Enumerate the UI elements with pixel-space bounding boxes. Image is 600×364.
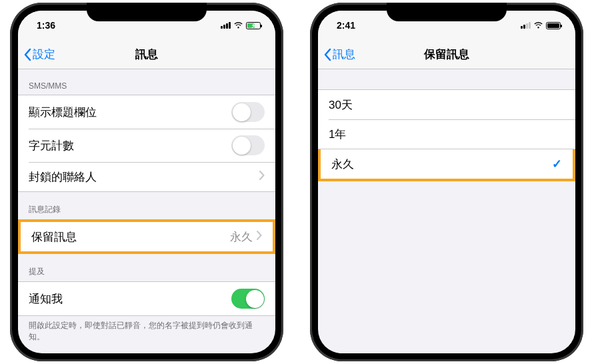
chevron-left-icon — [23, 48, 31, 61]
list-keep-options-selected: 永久 ✓ — [318, 149, 575, 181]
section-header-history: 訊息記錄 — [18, 192, 275, 219]
checkmark-icon: ✓ — [552, 157, 562, 171]
cellular-signal-icon — [521, 22, 531, 29]
notch — [387, 3, 507, 21]
nav-title: 保留訊息 — [424, 47, 469, 62]
wifi-icon — [533, 21, 543, 31]
list-sms: 顯示標題欄位 字元計數 封鎖的聯絡人 — [18, 95, 275, 192]
row-show-subject[interactable]: 顯示標題欄位 — [18, 95, 275, 129]
status-right: ⚡︎ — [221, 21, 261, 31]
screen-left: 1:36 ⚡︎ 設定 訊息 SMS/MMS — [18, 11, 275, 353]
row-label: 字元計數 — [29, 138, 74, 153]
list-mentions: 通知我 — [18, 281, 275, 316]
back-label: 訊息 — [333, 47, 355, 62]
row-blocked-contacts[interactable]: 封鎖的聯絡人 — [18, 162, 275, 191]
status-time: 2:41 — [337, 20, 355, 31]
option-label: 30天 — [329, 97, 353, 113]
chevron-right-icon — [259, 170, 265, 183]
status-right — [521, 21, 561, 31]
switch-notify-me[interactable] — [231, 289, 265, 309]
section-header-sms: SMS/MMS — [18, 69, 275, 95]
nav-title: 訊息 — [135, 47, 158, 62]
chevron-left-icon — [323, 48, 331, 61]
nav-bar: 設定 訊息 — [18, 40, 275, 69]
option-label: 1年 — [329, 127, 346, 142]
list-keep-messages: 保留訊息 永久 — [18, 219, 275, 254]
phone-left: 1:36 ⚡︎ 設定 訊息 SMS/MMS — [10, 3, 283, 361]
status-time: 1:36 — [37, 20, 55, 31]
phone-right: 2:41 訊息 保留訊息 30天 — [310, 3, 583, 361]
back-button[interactable]: 訊息 — [323, 47, 355, 62]
nav-bar: 訊息 保留訊息 — [318, 40, 575, 69]
row-keep-messages[interactable]: 保留訊息 永久 — [21, 222, 273, 251]
screen-right: 2:41 訊息 保留訊息 30天 — [318, 11, 575, 353]
row-label: 封鎖的聯絡人 — [29, 169, 97, 185]
row-notify-me[interactable]: 通知我 — [18, 282, 275, 315]
switch-show-subject[interactable] — [231, 102, 265, 122]
row-char-count[interactable]: 字元計數 — [18, 129, 275, 162]
section-header-mentions: 提及 — [18, 254, 275, 281]
option-label: 永久 — [331, 157, 354, 172]
battery-icon — [546, 22, 561, 29]
battery-icon: ⚡︎ — [246, 22, 261, 29]
row-value: 永久 — [230, 229, 253, 245]
notch — [87, 3, 207, 21]
back-button[interactable]: 設定 — [23, 47, 55, 62]
row-label: 顯示標題欄位 — [29, 105, 97, 120]
switch-char-count[interactable] — [231, 135, 265, 155]
row-label: 通知我 — [29, 291, 63, 307]
chevron-right-icon — [257, 230, 262, 243]
cellular-signal-icon — [221, 22, 231, 29]
section-footer-mentions: 開啟此設定時，即使對話已靜音，您的名字被提到時仍會收到通知。 — [18, 316, 275, 349]
row-label: 保留訊息 — [31, 229, 77, 245]
back-label: 設定 — [33, 47, 55, 62]
spacer — [318, 69, 575, 89]
wifi-icon — [233, 21, 243, 31]
option-forever[interactable]: 永久 ✓ — [321, 149, 573, 179]
option-1-year[interactable]: 1年 — [318, 119, 575, 149]
list-keep-options-top: 30天 1年 — [318, 89, 575, 149]
option-30-days[interactable]: 30天 — [318, 90, 575, 119]
